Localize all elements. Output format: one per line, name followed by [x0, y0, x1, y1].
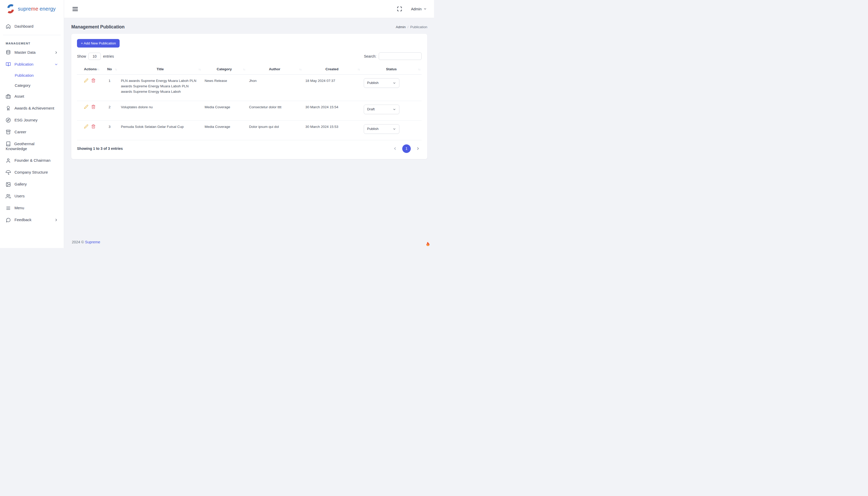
- sidebar-item-master-data[interactable]: Master Data: [0, 46, 64, 58]
- sidebar-subitem-category[interactable]: Category: [0, 80, 64, 90]
- search-input[interactable]: [379, 52, 422, 60]
- status-select[interactable]: Publish: [364, 78, 399, 88]
- database-icon: [6, 50, 11, 55]
- sidebar: supremeenergy Dashboard MANAGEMENT Maste…: [0, 0, 64, 248]
- table-footer: Showing 1 to 3 of 3 entries 1: [77, 144, 422, 153]
- add-new-publication-button[interactable]: + Add New Publication: [77, 39, 120, 48]
- brand-logo-icon: [6, 4, 16, 14]
- status-select[interactable]: Publish: [364, 124, 399, 134]
- sort-icon[interactable]: ↑↓: [418, 68, 420, 71]
- delete-icon[interactable]: [91, 124, 96, 129]
- pagination: 1: [393, 144, 422, 153]
- sort-icon[interactable]: ↑↓: [198, 68, 201, 71]
- breadcrumb-current: Publication: [410, 25, 427, 29]
- sort-icon[interactable]: ↑↓: [243, 68, 245, 71]
- cell-created: 30 March 2024 15:53: [303, 120, 361, 140]
- sidebar-item-dashboard[interactable]: Dashboard: [0, 20, 64, 32]
- sidebar-item-label: Users: [14, 194, 25, 199]
- chevron-down-icon: [393, 108, 396, 111]
- delete-icon[interactable]: [91, 78, 96, 83]
- sidebar-item-label: Dashboard: [14, 24, 33, 29]
- sidebar-item-asset[interactable]: Asset: [0, 90, 64, 102]
- column-header-created[interactable]: Created↑↓: [303, 64, 361, 75]
- brand-logo[interactable]: supremeenergy: [0, 0, 64, 16]
- show-label: Show: [77, 54, 86, 58]
- sidebar-item-label: Awards & Achievement: [14, 106, 54, 111]
- sidebar-item-esg-journey[interactable]: ESG Journey: [0, 114, 64, 126]
- page-footer: 2024 © Supreme: [71, 237, 427, 248]
- footer-brand-link[interactable]: Supreme: [85, 240, 100, 244]
- sidebar-item-label: Career: [14, 130, 26, 135]
- cell-no: 2: [101, 101, 118, 120]
- sort-icon[interactable]: ↑↓: [299, 68, 301, 71]
- sidebar-subitem-publication[interactable]: Publication: [0, 70, 64, 80]
- sidebar-item-company-structure[interactable]: Company Structure: [0, 167, 64, 179]
- page-size-control: Show entries: [77, 53, 114, 60]
- publications-table: Actions↑↓ No↑↓ Title↑↓ Category↑↓ Author…: [77, 64, 422, 140]
- sort-icon[interactable]: ↑↓: [97, 68, 99, 71]
- sort-icon[interactable]: ↑↓: [115, 68, 117, 71]
- sidebar-item-awards[interactable]: Awards & Achievement: [0, 102, 64, 114]
- book-open-icon: [6, 62, 11, 67]
- breadcrumb-admin[interactable]: Admin: [396, 25, 406, 29]
- sidebar-item-founder-chairman[interactable]: Founder & Chairman: [0, 155, 64, 167]
- cell-title: Voluptates dolore nu: [118, 101, 202, 120]
- sidebar-item-label: Founder & Chairman: [14, 158, 50, 163]
- fullscreen-icon[interactable]: [397, 6, 402, 12]
- cell-category: Media Coverage: [202, 120, 246, 140]
- page-size-input[interactable]: [88, 53, 101, 60]
- user-dropdown[interactable]: Admin: [411, 7, 427, 11]
- edit-icon[interactable]: [84, 124, 88, 129]
- column-header-no[interactable]: No↑↓: [101, 64, 118, 75]
- cell-no: 3: [101, 120, 118, 140]
- cell-author: Jhon: [246, 75, 303, 101]
- award-icon: [6, 106, 11, 111]
- home-icon: [6, 24, 11, 29]
- sidebar-item-geothermal-knowledge[interactable]: Geothermal Knownledge: [0, 138, 64, 155]
- sort-icon[interactable]: ↑↓: [358, 68, 360, 71]
- brand-name: supremeenergy: [18, 6, 56, 12]
- archive-icon: [6, 129, 11, 135]
- sidebar-item-career[interactable]: Career: [0, 126, 64, 138]
- status-select[interactable]: Draft: [364, 105, 399, 114]
- table-row: 2 Voluptates dolore nu Media Coverage Co…: [77, 101, 422, 120]
- edit-icon[interactable]: [84, 78, 88, 83]
- column-header-actions[interactable]: Actions↑↓: [77, 64, 101, 75]
- cell-title: PLN awards Supreme Energy Muara Laboh PL…: [118, 75, 202, 101]
- chevron-down-icon: [54, 63, 58, 66]
- sidebar-item-menu[interactable]: Menu: [0, 202, 64, 214]
- table-header-row: Actions↑↓ No↑↓ Title↑↓ Category↑↓ Author…: [77, 64, 422, 75]
- menu-lines-icon: [6, 206, 11, 211]
- cell-category: Media Coverage: [202, 101, 246, 120]
- message-circle-icon: [6, 218, 11, 223]
- pagination-next-icon[interactable]: [416, 146, 420, 151]
- column-header-author[interactable]: Author↑↓: [246, 64, 303, 75]
- column-header-category[interactable]: Category↑↓: [202, 64, 246, 75]
- sidebar-item-gallery[interactable]: Gallery: [0, 179, 64, 190]
- sidebar-toggle-icon[interactable]: [72, 6, 79, 12]
- topbar: Admin: [64, 0, 434, 18]
- entries-label: entries: [103, 54, 114, 58]
- sidebar-item-label: Master Data: [14, 50, 36, 55]
- chevron-right-icon: [54, 218, 58, 222]
- column-header-status[interactable]: Status↑↓: [361, 64, 422, 75]
- entries-info: Showing 1 to 3 of 3 entries: [77, 146, 123, 151]
- debugbar-flame-icon[interactable]: [425, 242, 430, 246]
- image-icon: [6, 182, 11, 187]
- cell-created: 18 May 2024 07:37: [303, 75, 361, 101]
- pagination-page-1[interactable]: 1: [402, 144, 411, 153]
- sidebar-item-label: Menu: [14, 206, 24, 211]
- chevron-down-icon: [423, 7, 427, 11]
- column-header-title[interactable]: Title↑↓: [118, 64, 202, 75]
- sidebar-item-publication[interactable]: Publication: [0, 58, 64, 70]
- breadcrumb-separator: /: [407, 25, 408, 29]
- table-row: 1 PLN awards Supreme Energy Muara Laboh …: [77, 75, 422, 101]
- sidebar-item-users[interactable]: Users: [0, 190, 64, 202]
- delete-icon[interactable]: [91, 105, 96, 109]
- pagination-prev-icon[interactable]: [393, 146, 397, 151]
- edit-icon[interactable]: [84, 105, 88, 109]
- user-name: Admin: [411, 7, 422, 11]
- publication-card: + Add New Publication Show entries Searc…: [71, 34, 427, 159]
- sidebar-item-feedback[interactable]: Feedback: [0, 214, 64, 226]
- cell-category: News Release: [202, 75, 246, 101]
